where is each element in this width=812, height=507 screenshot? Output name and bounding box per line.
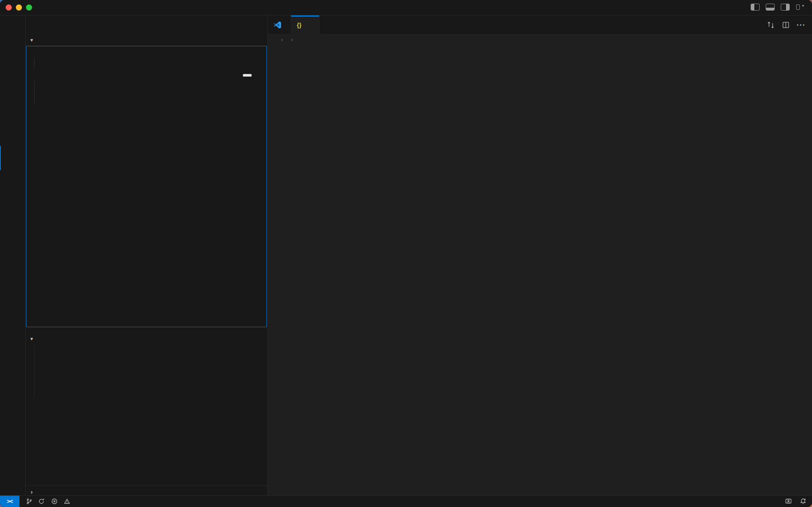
git-branch-icon: [26, 498, 32, 505]
chevron-down-icon: ▾: [27, 37, 36, 43]
section-dev-containers[interactable]: ▾: [26, 34, 268, 45]
tab-welcome[interactable]: [268, 15, 291, 35]
open-changes-icon[interactable]: [767, 21, 775, 29]
tree-indent-guide: [34, 58, 35, 69]
encoding-item[interactable]: [742, 496, 750, 507]
chevron-down-icon: ▾: [27, 336, 36, 342]
vscode-logo-icon: [274, 21, 281, 29]
errors-icon: [51, 498, 58, 505]
bell-icon: [800, 498, 806, 505]
active-view-indicator: [0, 146, 1, 170]
breadcrumb: › ›: [268, 35, 812, 45]
customize-layout-icon[interactable]: [796, 4, 806, 11]
tree-indent-guide: [34, 346, 35, 398]
tree-focus-border: [26, 46, 267, 327]
git-branch-item[interactable]: [23, 496, 48, 507]
breadcrumb-separator-icon: ›: [291, 37, 293, 43]
section-dev-volumes[interactable]: ▾: [26, 333, 268, 344]
split-editor-icon[interactable]: [782, 21, 790, 29]
json-icon: {}: [297, 22, 302, 28]
chevron-right-icon: ›: [27, 488, 36, 495]
cursor-position-item[interactable]: [726, 496, 734, 507]
section-help-feedback[interactable]: ›: [26, 486, 268, 497]
sync-changes-icon[interactable]: [38, 498, 45, 505]
remote-indicator[interactable]: ><: [0, 496, 19, 507]
section-divider: [26, 485, 268, 486]
tooltip-attach-in-new-window: [243, 74, 252, 77]
activity-bar: [0, 15, 26, 495]
editor-group: {} ··· › ›: [268, 15, 812, 495]
sidebar-remote-explorer: ▾ ▾ ›: [26, 15, 268, 495]
tab-bar: {} ···: [268, 15, 812, 35]
editor-more-actions-icon[interactable]: ···: [797, 21, 806, 30]
language-mode-item[interactable]: [758, 496, 769, 507]
feedback-smiley-icon: [785, 498, 792, 505]
formatter-item[interactable]: [769, 496, 781, 507]
main-area: ▾ ▾ ›: [0, 15, 812, 495]
vscode-window: ▾ ▾ ›: [0, 0, 812, 507]
sidebar-title: [26, 15, 268, 35]
window-title: [0, 0, 812, 15]
status-bar: ><: [0, 495, 812, 507]
problems-item[interactable]: [48, 496, 76, 507]
breadcrumb-separator-icon: ›: [281, 37, 283, 43]
titlebar: [0, 0, 812, 15]
toggle-primary-sidebar-icon[interactable]: [751, 4, 760, 11]
indentation-item[interactable]: [734, 496, 742, 507]
feedback-item[interactable]: [781, 496, 796, 507]
toggle-panel-icon[interactable]: [766, 4, 775, 11]
eol-item[interactable]: [750, 496, 758, 507]
toggle-secondary-sidebar-icon[interactable]: [781, 4, 790, 11]
notifications-item[interactable]: [796, 496, 806, 507]
tab-extensions-json[interactable]: {}: [291, 15, 320, 35]
warnings-icon: [64, 498, 70, 505]
tree-indent-guide: [34, 81, 35, 104]
